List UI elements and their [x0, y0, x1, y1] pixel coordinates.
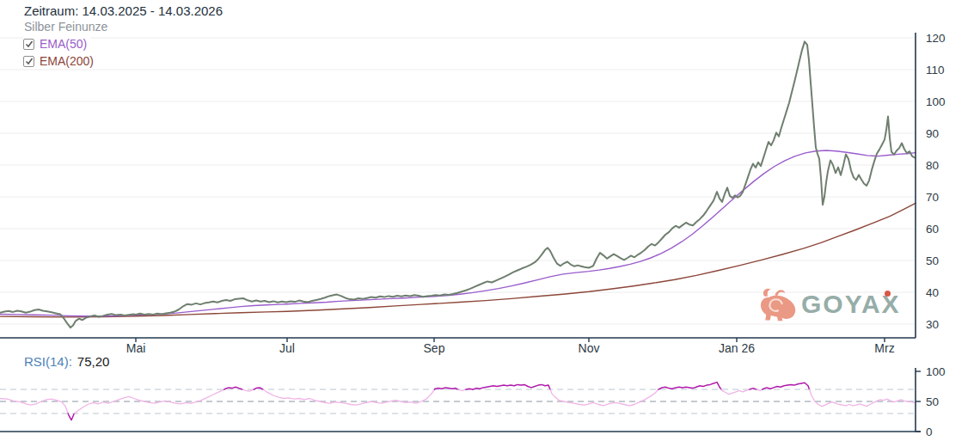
rsi-line-segment [721, 389, 750, 395]
svg-text:0: 0 [926, 426, 933, 438]
svg-text:110: 110 [926, 64, 945, 77]
rsi-indicator-value: 75,20 [77, 354, 110, 369]
rsi-line-segment [763, 383, 810, 389]
rsi-line-segment [466, 389, 473, 389]
legend-item-ema50: EMA(50) [23, 37, 90, 51]
legend-item-ema200: EMA(200) [23, 54, 97, 68]
svg-text:120: 120 [926, 32, 946, 45]
rsi-axes: 050100 [0, 365, 946, 438]
rsi-line-segment [263, 389, 435, 405]
svg-text:Mai: Mai [126, 341, 146, 355]
svg-text:Sep: Sep [424, 341, 445, 355]
svg-text:100: 100 [926, 365, 946, 378]
rsi-indicator-label: RSI(14): [24, 354, 72, 369]
rsi-line-segment [224, 387, 242, 389]
logo-dot [885, 291, 891, 297]
bull-icon [758, 287, 798, 322]
rsi-line-segment [658, 383, 721, 389]
svg-text:100: 100 [926, 95, 946, 108]
ema200-checkbox[interactable] [23, 56, 34, 67]
svg-text:50: 50 [926, 254, 939, 267]
svg-text:Jan 26: Jan 26 [719, 341, 755, 355]
chart-widget: 30405060708090100110120MaiJulSepNovJan 2… [0, 0, 980, 441]
svg-text:50: 50 [926, 395, 939, 408]
period-label: Zeitraum: [24, 3, 78, 18]
chart-canvas[interactable]: 30405060708090100110120MaiJulSepNovJan 2… [0, 0, 980, 441]
svg-text:90: 90 [926, 127, 939, 140]
rsi-line-segment [68, 413, 75, 420]
svg-text:40: 40 [926, 286, 939, 299]
period-value: 14.03.2025 - 14.03.2026 [83, 3, 223, 18]
rsi-line-segment [756, 389, 763, 390]
svg-text:80: 80 [926, 159, 939, 172]
rsi-caption: RSI(14):75,20 [24, 354, 109, 369]
ema50-label: EMA(50) [40, 37, 87, 51]
rsi-line-segment [473, 384, 550, 389]
instrument-title: Silber Feinunze [24, 20, 107, 34]
checkmark-icon [25, 40, 34, 48]
goyax-logo: GOYAX [758, 287, 901, 322]
rsi-line-segment [458, 389, 466, 390]
price-series-line [0, 41, 915, 328]
svg-text:Mrz: Mrz [874, 341, 894, 355]
svg-text:60: 60 [926, 223, 939, 236]
checkmark-icon [25, 57, 34, 65]
rsi-line-segment [0, 399, 68, 414]
ema50-checkbox[interactable] [23, 39, 34, 50]
period-line: Zeitraum: 14.03.2025 - 14.03.2026 [24, 3, 223, 18]
rsi-levels [0, 389, 916, 413]
rsi-line-segment [550, 389, 658, 406]
rsi-line-segment [810, 389, 916, 407]
svg-text:Jul: Jul [279, 341, 295, 355]
svg-text:Nov: Nov [579, 341, 600, 355]
ema200-label: EMA(200) [40, 54, 94, 68]
svg-text:70: 70 [926, 191, 939, 204]
main-gridlines: 30405060708090100110120 [0, 32, 946, 331]
svg-text:30: 30 [926, 318, 939, 331]
